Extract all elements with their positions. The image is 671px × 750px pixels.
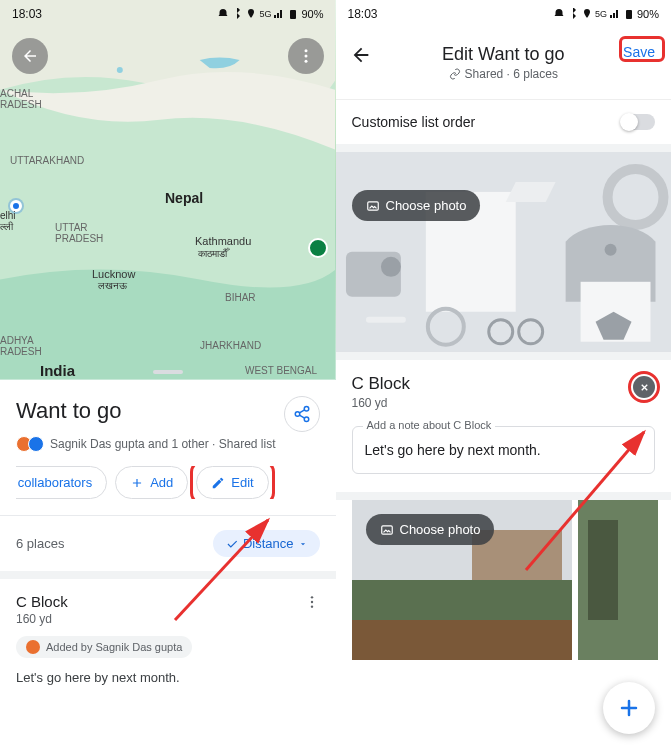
sheet-drag-handle[interactable]: [153, 370, 183, 374]
order-toggle[interactable]: [621, 114, 655, 130]
phone-maps-list: 18:03 5G 90% Nepal Kathmandu: [0, 0, 336, 750]
note-label: Add a note about C Block: [363, 419, 496, 431]
saved-pin-badge: [308, 238, 328, 258]
map-label-bihar: BIHAR: [225, 292, 256, 303]
svg-rect-25: [367, 201, 378, 209]
location-icon: [245, 8, 257, 20]
map-label-kathmandu-native: काठमाडौँ: [198, 248, 227, 260]
map-label-india: India: [40, 362, 75, 379]
edit-subtitle: Shared · 6 places: [449, 67, 558, 81]
statusbar-right: 18:03 5G 90%: [336, 0, 672, 28]
svg-point-2: [117, 67, 123, 73]
svg-point-17: [380, 257, 400, 277]
place-more-icon[interactable]: [304, 594, 320, 610]
thick-divider-r: [336, 492, 672, 500]
svg-rect-30: [352, 620, 572, 660]
map-label-lucknow: Lucknow: [92, 268, 135, 280]
battery-icon: [287, 8, 299, 20]
order-label: Customise list order: [352, 114, 476, 130]
dnd-icon: [553, 8, 565, 20]
avatar-stack: [16, 436, 44, 452]
dnd-icon: [217, 8, 229, 20]
share-icon: [293, 405, 311, 423]
close-highlight-annotation: [628, 371, 660, 403]
svg-rect-26: [381, 525, 392, 533]
action-chips: ivite collaborators Add Edit: [16, 466, 320, 499]
place-item[interactable]: C Block 160 yd Added by Sagnik Das gupta…: [16, 579, 320, 685]
bluetooth-icon: [567, 8, 579, 20]
battery-icon: [623, 8, 635, 20]
map-label-hp: ACHAL RADESH: [0, 88, 42, 110]
back-button[interactable]: [12, 38, 48, 74]
arrow-back-icon: [350, 44, 372, 66]
map-label-up: UTTAR PRADESH: [55, 222, 103, 244]
note-input[interactable]: [365, 442, 643, 458]
image-icon: [366, 199, 380, 213]
image-icon: [380, 523, 394, 537]
collaborators-row: Sagnik Das gupta and 1 other · Shared li…: [16, 436, 320, 452]
edit-place-section: C Block 160 yd: [336, 352, 672, 410]
customise-order-row[interactable]: Customise list order: [336, 99, 672, 152]
photo-thumb-art-2: [578, 500, 658, 660]
note-field[interactable]: Add a note about C Block: [352, 426, 656, 474]
signal-icon: [609, 8, 621, 20]
map-viewport[interactable]: Nepal Kathmandu काठमाडौँ Lucknow लखनऊ UT…: [0, 0, 336, 380]
added-by-chip: Added by Sagnik Das gupta: [16, 636, 192, 658]
avatar-icon: [26, 640, 40, 654]
arrow-back-icon: [21, 47, 39, 65]
map-label-mp: ADHYA RADESH: [0, 335, 42, 357]
status-battery-r: 90%: [637, 8, 659, 20]
filter-row: 6 places Distance: [16, 516, 320, 571]
svg-rect-24: [365, 317, 405, 323]
places-count: 6 places: [16, 536, 64, 551]
location-icon: [581, 8, 593, 20]
svg-point-5: [304, 60, 307, 63]
svg-point-9: [310, 596, 312, 598]
plus-icon: [617, 696, 641, 720]
svg-point-4: [304, 55, 307, 58]
edit-highlight-annotation: [190, 466, 274, 499]
place-note: Let's go here by next month.: [16, 670, 320, 685]
map-label-uk: UTTARAKHAND: [10, 155, 84, 166]
map-label-nepal: Nepal: [165, 190, 203, 206]
svg-rect-32: [588, 520, 618, 620]
place-name: C Block: [16, 593, 68, 610]
svg-point-19: [604, 244, 616, 256]
svg-rect-0: [290, 10, 296, 19]
collab-text: Sagnik Das gupta and 1 other · Shared li…: [50, 437, 275, 451]
map-label-jh: JHARKHAND: [200, 340, 261, 351]
plus-icon: [130, 476, 144, 490]
place-photo-1[interactable]: Choose photo: [352, 500, 572, 660]
svg-point-8: [304, 417, 309, 422]
back-button-r[interactable]: [350, 44, 372, 66]
invite-collaborators-chip[interactable]: ivite collaborators: [16, 466, 107, 499]
choose-photo-button[interactable]: Choose photo: [352, 190, 481, 221]
signal-icon: [273, 8, 285, 20]
map-label-kathmandu: Kathmandu: [195, 235, 251, 247]
edit-place-name: C Block: [352, 374, 656, 394]
status-time: 18:03: [12, 7, 42, 21]
svg-point-11: [310, 605, 312, 607]
add-place-chip[interactable]: Add: [115, 466, 188, 499]
status-battery: 90%: [301, 8, 323, 20]
thick-divider: [0, 571, 336, 579]
svg-point-7: [295, 412, 300, 417]
more-vert-icon: [297, 47, 315, 65]
place-photo-2[interactable]: [578, 500, 658, 660]
map-label-lucknow-native: लखनऊ: [98, 280, 127, 292]
share-button[interactable]: [284, 396, 320, 432]
choose-photo-button-2[interactable]: Choose photo: [366, 514, 495, 545]
link-icon: [449, 68, 461, 80]
statusbar-left: 18:03 5G 90%: [0, 0, 336, 28]
status-right: 5G 90%: [217, 8, 323, 20]
edit-title: Edit Want to go: [442, 44, 564, 65]
list-title: Want to go: [16, 398, 320, 424]
sort-chip[interactable]: Distance: [213, 530, 320, 557]
place-photos-row: Choose photo: [336, 500, 672, 660]
phone-edit-list: 18:03 5G 90% Edit Want to go Shared · 6 …: [336, 0, 672, 750]
map-label-delhi: elhi ल्ली: [0, 210, 16, 233]
list-panel: Want to go Sagnik Das gupta and 1 other …: [0, 380, 336, 750]
overflow-menu-button[interactable]: [288, 38, 324, 74]
cover-photo-area[interactable]: Choose photo: [336, 152, 672, 352]
add-fab[interactable]: [603, 682, 655, 734]
